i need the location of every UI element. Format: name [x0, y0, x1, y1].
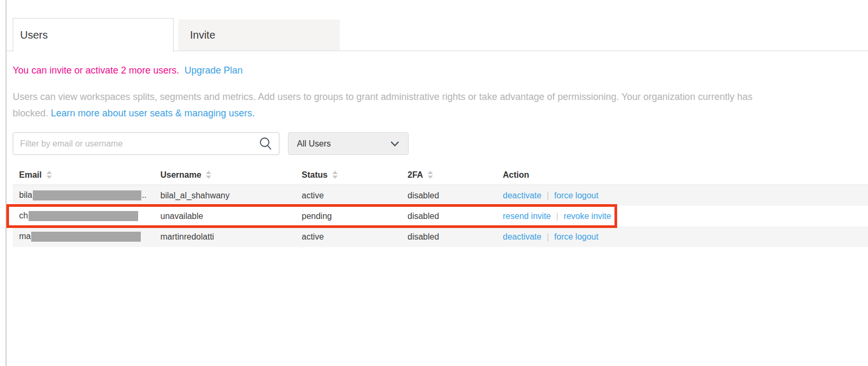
- username-cell: unavailable: [160, 212, 302, 221]
- tab-invite[interactable]: Invite: [178, 20, 340, 50]
- user-filter-dropdown[interactable]: All Users: [288, 132, 409, 155]
- deactivate-link[interactable]: deactivate: [503, 191, 541, 200]
- tab-users-label: Users: [20, 29, 48, 41]
- intro-line2-text: blocked.: [13, 108, 48, 118]
- email-prefix: ma: [19, 232, 31, 241]
- email-cell: ma: [19, 232, 160, 242]
- deactivate-link[interactable]: deactivate: [503, 232, 541, 241]
- revoke-invite-link[interactable]: revoke invite: [564, 212, 611, 221]
- tab-invite-label: Invite: [190, 29, 215, 41]
- column-header-status[interactable]: Status: [302, 170, 408, 180]
- sort-icon[interactable]: [428, 171, 433, 179]
- username-cell: bilal_al_shahwany: [160, 191, 302, 200]
- 2fa-cell: disabled: [408, 191, 503, 200]
- action-separator: |: [556, 212, 558, 221]
- column-header-action-label: Action: [503, 170, 529, 180]
- status-cell: pending: [302, 212, 408, 221]
- user-filter-dropdown-value: All Users: [297, 139, 331, 149]
- email-cell: ch: [19, 211, 160, 222]
- sort-icon[interactable]: [47, 171, 52, 179]
- sort-icon[interactable]: [332, 171, 338, 179]
- quota-notice-text: You can invite or activate 2 more users.: [13, 65, 179, 76]
- column-header-email-label: Email: [19, 170, 42, 180]
- username-cell: martinredolatti: [160, 232, 302, 242]
- action-separator: |: [547, 232, 549, 241]
- column-header-2fa-label: 2FA: [408, 170, 423, 180]
- 2fa-cell: disabled: [408, 212, 503, 221]
- column-header-2fa[interactable]: 2FA: [408, 170, 503, 180]
- users-table: Email Username Status 2FA Action bila.. …: [13, 165, 868, 247]
- resend-invite-link[interactable]: resend invite: [503, 212, 551, 221]
- sort-icon[interactable]: [206, 171, 211, 179]
- column-header-username-label: Username: [160, 170, 201, 180]
- tab-users[interactable]: Users: [13, 18, 174, 52]
- table-row: ma martinredolatti active disabled deact…: [13, 226, 868, 247]
- email-suffix: ..: [142, 190, 147, 199]
- table-header-row: Email Username Status 2FA Action: [13, 165, 868, 185]
- status-cell: active: [302, 232, 408, 242]
- learn-more-link[interactable]: Learn more about user seats & managing u…: [51, 108, 255, 118]
- redacted-email-box: [31, 232, 141, 242]
- 2fa-cell: disabled: [408, 232, 503, 242]
- search-icon[interactable]: [259, 137, 273, 151]
- table-row: bila.. bilal_al_shahwany active disabled…: [13, 185, 868, 206]
- column-header-username[interactable]: Username: [160, 170, 302, 180]
- intro-line2: blocked. Learn more about user seats & m…: [13, 105, 868, 122]
- redacted-email-box: [29, 211, 138, 221]
- action-separator: |: [547, 191, 549, 200]
- action-cell: deactivate|force logout: [503, 232, 868, 242]
- column-header-action: Action: [503, 170, 868, 180]
- force-logout-link[interactable]: force logout: [554, 191, 599, 200]
- action-cell: deactivate|force logout: [503, 191, 868, 200]
- column-header-email[interactable]: Email: [19, 170, 160, 180]
- redacted-email-box: [33, 190, 141, 200]
- column-header-status-label: Status: [302, 170, 328, 180]
- filter-input-wrap: [13, 132, 279, 155]
- chevron-down-icon: [390, 141, 400, 147]
- quota-notice: You can invite or activate 2 more users.…: [13, 65, 243, 76]
- force-logout-link[interactable]: force logout: [554, 232, 599, 241]
- page-left-divider: [5, 0, 7, 366]
- intro-paragraph: Users can view workspaces splits, segmen…: [13, 89, 868, 122]
- action-cell: resend invite|revoke invite: [503, 212, 868, 221]
- upgrade-plan-link[interactable]: Upgrade Plan: [185, 65, 243, 76]
- table-row: ch unavailable pending disabled resend i…: [13, 206, 868, 226]
- email-prefix: ch: [19, 211, 28, 220]
- email-cell: bila..: [19, 190, 160, 201]
- email-prefix: bila: [19, 190, 32, 199]
- filter-input[interactable]: [13, 132, 279, 155]
- intro-line1: Users can view workspaces splits, segmen…: [13, 89, 868, 105]
- status-cell: active: [302, 191, 408, 200]
